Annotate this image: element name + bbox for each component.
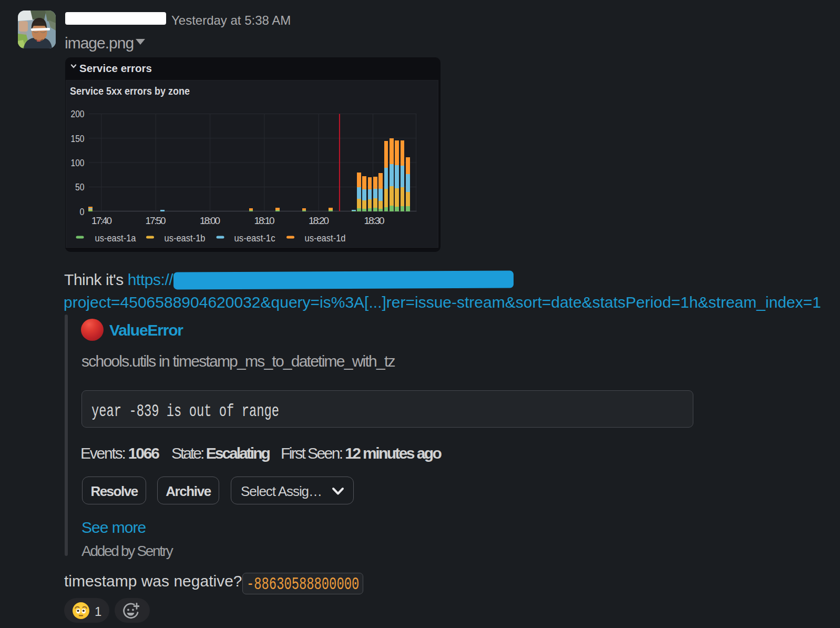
svg-text:us-east-1b: us-east-1b — [165, 232, 206, 244]
svg-text:us-east-1d: us-east-1d — [305, 232, 346, 244]
svg-text:Service 5xx errors by zone: Service 5xx errors by zone — [70, 85, 190, 97]
svg-text:100: 100 — [71, 157, 85, 168]
svg-text:us-east-1c: us-east-1c — [234, 232, 275, 244]
svg-text:18:00: 18:00 — [200, 215, 220, 226]
svg-text:17:50: 17:50 — [146, 215, 166, 226]
svg-text:0: 0 — [80, 206, 85, 217]
svg-text:17:40: 17:40 — [91, 215, 112, 226]
svg-text:50: 50 — [75, 181, 85, 193]
svg-text:18:20: 18:20 — [309, 215, 329, 226]
svg-text:150: 150 — [71, 133, 85, 144]
svg-text:200: 200 — [71, 108, 85, 119]
svg-text:18:30: 18:30 — [364, 215, 385, 226]
svg-text:us-east-1a: us-east-1a — [95, 232, 136, 244]
svg-text:18:10: 18:10 — [254, 215, 275, 226]
svg-text:Service errors: Service errors — [79, 63, 152, 74]
